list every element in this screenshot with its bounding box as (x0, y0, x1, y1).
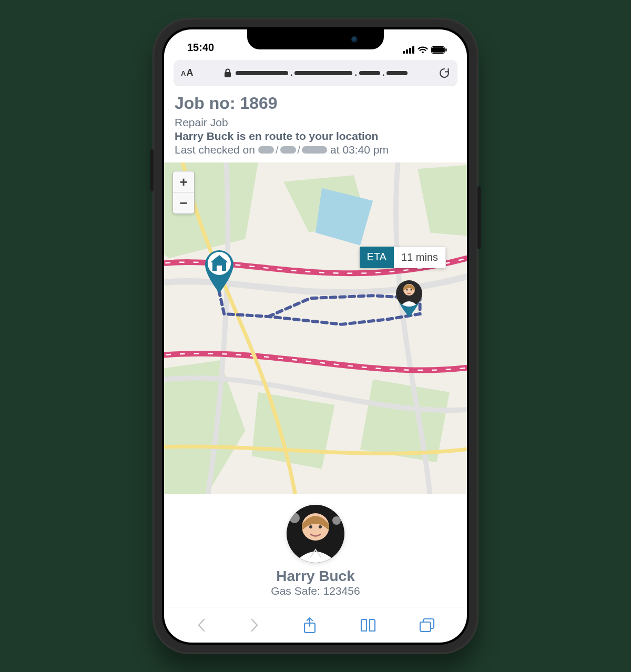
job-number-title: Job no: 1869 (175, 94, 456, 113)
svg-point-13 (411, 289, 412, 291)
svg-point-15 (289, 513, 300, 523)
last-checked-prefix: Last checked on (175, 144, 255, 156)
url-field[interactable]: . . . (199, 68, 432, 78)
svg-point-19 (319, 525, 322, 528)
wifi-icon (418, 46, 428, 54)
svg-rect-2 (409, 48, 411, 54)
engineer-card: Harry Buck Gas Safe: 123456 (164, 494, 467, 607)
zoom-controls: + − (172, 171, 195, 214)
engineer-pin-avatar (396, 280, 422, 307)
map[interactable]: + − (164, 162, 467, 494)
svg-rect-0 (403, 51, 405, 54)
bookmarks-button[interactable] (360, 618, 376, 633)
phone-frame: 15:40 A A (152, 18, 479, 654)
engineer-pin[interactable] (393, 278, 425, 318)
svg-rect-3 (412, 46, 414, 54)
text-size-large-a: A (186, 67, 193, 78)
svg-rect-22 (420, 622, 431, 632)
forward-button[interactable] (249, 617, 260, 633)
home-pin-icon[interactable] (201, 247, 238, 294)
camera-icon (351, 36, 358, 43)
tabs-button[interactable] (419, 618, 435, 633)
eta-value: 11 mins (394, 247, 446, 268)
job-type: Repair Job (175, 116, 456, 129)
cellular-signal-icon (403, 46, 414, 54)
date-obscured: / / (258, 145, 327, 155)
share-button[interactable] (303, 617, 317, 634)
zoom-in-button[interactable]: + (173, 171, 194, 192)
eta-label: ETA (360, 247, 394, 268)
back-button[interactable] (196, 617, 207, 633)
last-checked-time: at 03:40 pm (330, 144, 389, 156)
reload-button[interactable] (439, 67, 450, 79)
engineer-credential: Gas Safe: 123456 (164, 585, 467, 597)
browser-address-bar: A A . . . (174, 60, 457, 86)
battery-icon (431, 46, 447, 54)
engineer-status: Harry Buck is en route to your location (175, 130, 456, 142)
zoom-out-button[interactable]: − (173, 192, 194, 213)
svg-point-16 (332, 516, 341, 525)
text-size-small-a: A (181, 69, 186, 77)
browser-bottom-nav (164, 607, 467, 643)
engineer-avatar (287, 505, 344, 563)
url-obscured: . . . (236, 68, 408, 78)
map-tiles (164, 162, 467, 494)
svg-rect-5 (432, 47, 444, 53)
svg-point-12 (406, 289, 408, 291)
notch (247, 29, 384, 49)
eta-badge: ETA 11 mins (360, 247, 446, 268)
clock: 15:40 (187, 42, 214, 54)
svg-rect-6 (445, 48, 447, 52)
svg-point-18 (309, 525, 312, 528)
text-size-button[interactable]: A A (181, 67, 193, 78)
engineer-name: Harry Buck (164, 568, 467, 585)
lock-icon (224, 68, 231, 78)
svg-rect-1 (406, 49, 408, 54)
last-checked: Last checked on / / at 03:40 pm (175, 144, 456, 156)
svg-rect-7 (225, 72, 231, 77)
